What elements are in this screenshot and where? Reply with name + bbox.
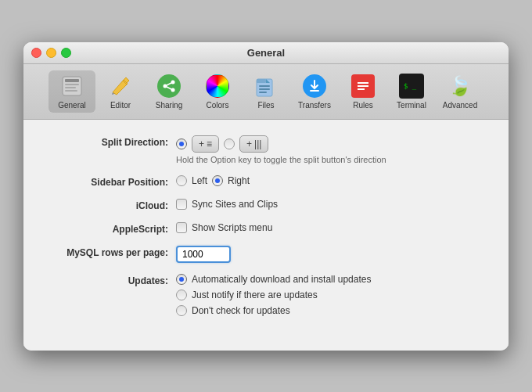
split-controls-inline: + ≡ + ||| [176, 135, 386, 153]
split-horizontal-button[interactable]: + ≡ [192, 135, 219, 153]
window-title: General [247, 47, 285, 59]
split-vertical-button[interactable]: + ||| [239, 135, 268, 153]
mysql-label: MySQL rows per page: [47, 246, 176, 258]
minimize-button[interactable] [46, 48, 56, 58]
toolbar-label-rules: Rules [353, 101, 373, 110]
updates-row: Updates: Automatically download and inst… [47, 274, 485, 316]
split-vertical-icon: + [246, 138, 252, 149]
toolbar-label-editor: Editor [110, 101, 131, 110]
update-notify-radio[interactable] [176, 290, 187, 300]
svg-rect-3 [65, 87, 76, 88]
toolbar-label-advanced: Advanced [443, 101, 477, 110]
icloud-row: iCloud: Sync Sites and Clips [47, 199, 485, 211]
update-options: Automatically download and install updat… [176, 274, 371, 316]
update-option2-label: Just notify if there are updates [192, 290, 318, 300]
svg-rect-12 [257, 79, 266, 83]
split-direction-controls: + ≡ + ||| Hold the Option key to toggle … [176, 135, 386, 164]
applescript-label: AppleScript: [47, 222, 176, 235]
applescript-row: AppleScript: Show Scripts menu [47, 222, 485, 235]
updates-label: Updates: [47, 274, 176, 286]
traffic-lights [31, 48, 71, 58]
toolbar-item-terminal[interactable]: $ _ Terminal [388, 70, 435, 113]
maximize-button[interactable] [61, 48, 71, 58]
icloud-checkbox[interactable] [176, 199, 187, 210]
toolbar-item-transfers[interactable]: Transfers [291, 70, 338, 113]
svg-rect-4 [65, 90, 77, 92]
svg-line-10 [165, 86, 173, 90]
toolbar-label-sharing: Sharing [156, 101, 182, 110]
split-radio-vertical[interactable] [224, 138, 235, 149]
applescript-checkbox-row: Show Scripts menu [176, 222, 272, 233]
toolbar-item-rules[interactable]: Rules [340, 70, 386, 113]
update-option3-row: Don't check for updates [176, 305, 371, 316]
sidebar-right-label: Right [228, 175, 250, 186]
split-direction-hint: Hold the Option key to toggle the split … [176, 155, 386, 164]
updates-controls: Automatically download and install updat… [176, 274, 371, 316]
update-option2-row: Just notify if there are updates [176, 290, 371, 300]
toolbar-item-editor[interactable]: Editor [97, 70, 144, 113]
toolbar-label-transfers: Transfers [298, 101, 331, 110]
applescript-checkbox[interactable] [176, 222, 187, 233]
toolbar-item-advanced[interactable]: 🍃 Advanced [437, 70, 483, 113]
split-direction-row: Split Direction: + ≡ + ||| Hold the Opti… [47, 135, 485, 164]
svg-text:$ _: $ _ [404, 82, 417, 90]
sharing-icon [156, 74, 182, 99]
svg-rect-16 [259, 92, 267, 93]
transfers-icon [302, 74, 327, 99]
toolbar-label-colors: Colors [207, 101, 229, 110]
toolbar-label-general: General [58, 101, 86, 110]
update-option3-label: Don't check for updates [192, 305, 290, 316]
sidebar-position-row: Sidebar Position: Left Right [47, 175, 485, 188]
toolbar-item-colors[interactable]: Colors [194, 70, 241, 113]
icloud-checkbox-label: Sync Sites and Clips [192, 199, 278, 210]
svg-rect-1 [65, 79, 79, 82]
applescript-checkbox-label: Show Scripts menu [192, 222, 272, 233]
mysql-row: MySQL rows per page: [47, 246, 485, 263]
sidebar-left-radio[interactable] [176, 175, 187, 186]
mysql-controls [176, 246, 231, 263]
toolbar-label-terminal: Terminal [397, 101, 426, 110]
svg-rect-15 [259, 88, 270, 90]
editor-icon [108, 74, 133, 99]
split-radio-horizontal[interactable] [176, 138, 187, 149]
sidebar-right-radio[interactable] [212, 175, 223, 186]
sidebar-position-label: Sidebar Position: [47, 175, 176, 188]
split-vertical-bars: ||| [254, 138, 261, 149]
toolbar: General Editor [23, 64, 509, 120]
sidebar-radio-row: Left Right [176, 175, 250, 186]
toolbar-item-files[interactable]: Files [243, 70, 289, 113]
svg-rect-14 [259, 85, 270, 87]
toolbar-item-sharing[interactable]: Sharing [146, 70, 192, 113]
advanced-icon: 🍃 [448, 74, 473, 99]
toolbar-item-general[interactable]: General [49, 70, 95, 113]
update-auto-radio[interactable] [176, 274, 187, 285]
icloud-checkbox-row: Sync Sites and Clips [176, 199, 278, 210]
files-icon [253, 74, 279, 99]
update-none-radio[interactable] [176, 305, 187, 316]
svg-line-9 [165, 82, 173, 86]
general-icon [59, 74, 84, 99]
close-button[interactable] [31, 48, 41, 58]
icloud-label: iCloud: [47, 199, 176, 211]
split-direction-label: Split Direction: [47, 135, 176, 148]
split-horizontal-bars: ≡ [207, 138, 212, 149]
titlebar: General [23, 42, 509, 64]
svg-rect-2 [65, 84, 79, 85]
update-option1-row: Automatically download and install updat… [176, 274, 371, 285]
colors-icon [205, 74, 230, 99]
icloud-controls: Sync Sites and Clips [176, 199, 278, 210]
toolbar-label-files: Files [257, 101, 274, 110]
split-horizontal-icon: + [199, 138, 204, 149]
content-panel: Split Direction: + ≡ + ||| Hold the Opti… [23, 120, 509, 351]
rules-icon [350, 74, 376, 99]
sidebar-left-label: Left [192, 175, 207, 186]
update-option1-label: Automatically download and install updat… [192, 274, 371, 285]
mysql-input[interactable] [176, 246, 231, 263]
terminal-icon: $ _ [399, 74, 424, 99]
main-window: General General [23, 42, 509, 351]
applescript-controls: Show Scripts menu [176, 222, 272, 233]
sidebar-position-controls: Left Right [176, 175, 250, 186]
